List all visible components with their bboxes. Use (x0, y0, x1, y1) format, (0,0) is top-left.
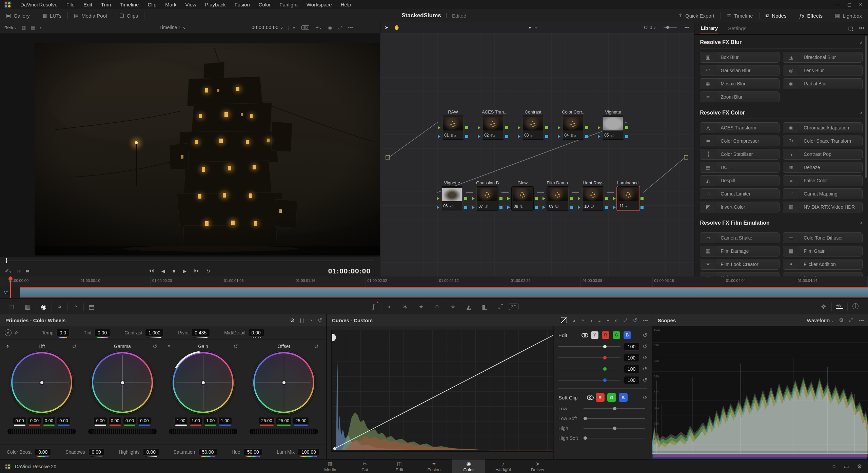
global-value[interactable]: 0.00 (143, 448, 159, 456)
corrector-node[interactable]: Gaussian B... 07 ⓕ (476, 180, 498, 211)
soft-clip-link-icon[interactable] (587, 395, 593, 399)
audio-mute-icon[interactable] (26, 269, 29, 273)
channel-reset-icon[interactable]: ↺ (643, 366, 647, 372)
play-button[interactable]: ▶ (183, 268, 186, 274)
viewer-canvas[interactable] (0, 33, 380, 256)
effect-item[interactable]: ◉ Radial Blur (783, 78, 863, 89)
key-input-socket[interactable] (437, 206, 439, 209)
hue-vs-sat-icon[interactable]: ◔ (581, 317, 584, 323)
expand-viewer-icon[interactable]: ⤢ (338, 25, 342, 30)
sizing-icon[interactable]: ⤢ (493, 303, 509, 310)
page-button[interactable]: ◫ Edit (383, 459, 416, 473)
key-input-socket[interactable] (478, 135, 480, 138)
bars-mode-icon[interactable]: ||| (300, 317, 304, 323)
soft-clip-param-slider[interactable] (584, 408, 645, 409)
global-value[interactable]: 100.00 (298, 448, 319, 456)
menu-item[interactable]: Trim (101, 2, 111, 7)
toolbar-button[interactable]: ❏ Clips (113, 9, 144, 22)
effects-options-icon[interactable]: ••• (859, 25, 865, 31)
lift-value[interactable]: 0.00 (42, 417, 56, 424)
page-button[interactable]: ▥ Media (314, 459, 347, 473)
soft-clip-reset-icon[interactable]: ↺ (643, 394, 647, 401)
timeline-selector[interactable]: Timeline 1∨ (159, 25, 185, 30)
menu-item[interactable]: Fusion (235, 2, 250, 7)
effect-item[interactable]: ▭ ColorTone Diffuser (783, 232, 863, 243)
toolbar-button[interactable]: ▩ LUTs (36, 9, 67, 22)
effect-item[interactable]: ≑ Color Compressor (700, 136, 780, 146)
effect-item[interactable]: ◉ Chromatic Adaptation (783, 122, 863, 133)
adjustment-value[interactable]: 0.0 (56, 329, 70, 336)
key-output-socket[interactable] (464, 206, 467, 209)
scope-mode-dropdown[interactable]: Waveform ∨ (807, 317, 833, 323)
key-input-socket[interactable] (518, 135, 520, 138)
menu-item[interactable]: Playback (205, 2, 226, 7)
gang-link-icon[interactable] (581, 333, 588, 337)
key-output-socket[interactable] (570, 206, 573, 209)
collapse-icon[interactable]: ∧ (860, 40, 863, 45)
hue-vs-hue-icon[interactable]: ◕ (572, 317, 575, 323)
effect-item[interactable]: ✶ Film Look Creator (700, 259, 780, 270)
effect-item[interactable]: ▧ NVIDIA RTX Video HDR (783, 202, 863, 212)
key-output-socket[interactable] (585, 135, 588, 138)
channel-gain-value[interactable]: 100 (624, 343, 639, 351)
gain-value[interactable]: 1.00 (174, 417, 188, 424)
node-view-dropdown[interactable]: Clip ∨ (644, 25, 656, 30)
gamma-value[interactable]: 0.00 (108, 417, 122, 424)
channel-g-button[interactable]: G (613, 331, 620, 339)
maximize-icon[interactable]: ▢ (847, 2, 851, 7)
step-back-button[interactable]: ◀ (161, 268, 165, 274)
go-to-end-button[interactable]: ⏵⏵ (194, 268, 199, 274)
corrector-node[interactable]: Luminance... 11 ⧄ (617, 180, 639, 211)
sat-vs-lum-icon[interactable]: ◐ (615, 317, 618, 323)
single-view-icon[interactable]: ⬚∨ (288, 25, 295, 30)
gain-value[interactable]: 1.00 (218, 417, 232, 424)
menu-item[interactable]: Help (341, 2, 351, 7)
lift-master-wheel[interactable] (8, 429, 76, 434)
key-input-socket[interactable] (507, 206, 510, 209)
gain-wheel[interactable] (172, 351, 235, 414)
search-icon[interactable] (848, 26, 853, 30)
key-input-socket[interactable] (613, 206, 616, 209)
page-button[interactable]: ➤ Deliver (521, 459, 554, 473)
channel-reset-icon[interactable]: ↺ (643, 377, 647, 383)
zoom-level-dropdown[interactable]: 29% ∨ (3, 25, 17, 30)
offset-wheel[interactable] (252, 351, 315, 414)
rgb-output-socket[interactable] (605, 197, 608, 200)
rgb-output-socket[interactable] (499, 197, 502, 200)
key-output-socket[interactable] (605, 206, 608, 209)
rgb-input-socket[interactable] (518, 126, 520, 129)
page-button[interactable]: ✦ Fusion (418, 459, 450, 473)
scope-expand-icon[interactable]: ⤢ (849, 317, 853, 323)
gamma-master-wheel[interactable] (88, 429, 156, 434)
rgb-output-socket[interactable] (505, 126, 508, 129)
menu-item[interactable]: Color (259, 2, 271, 7)
channel-gain-slider[interactable] (558, 369, 620, 369)
rgb-input-socket[interactable] (478, 126, 480, 129)
gain-value[interactable]: 1.00 (204, 417, 217, 424)
rgb-input-socket[interactable] (578, 197, 580, 200)
highlight-icon[interactable]: ◐ (40, 25, 43, 30)
key-output-socket[interactable] (505, 135, 508, 138)
corrector-node[interactable]: Film Dama... 09 ⓕ (547, 180, 569, 211)
adjustment-value[interactable]: 0.435 (191, 329, 210, 336)
menu-item[interactable]: DaVinci Resolve (20, 2, 58, 7)
menu-item[interactable]: Timeline (120, 2, 139, 7)
viewer-options-icon[interactable]: ••• (348, 25, 353, 30)
channel-gain-slider[interactable] (558, 346, 620, 347)
channel-gain-slider[interactable] (558, 357, 620, 358)
rgb-input-socket[interactable] (598, 126, 600, 129)
soft-clip-param-slider[interactable] (584, 418, 645, 419)
rgb-input-socket[interactable] (472, 197, 475, 200)
effect-item[interactable]: ╏ Color Stabilizer (700, 149, 780, 160)
tab-library[interactable]: Library (700, 22, 718, 34)
toolbar-button[interactable]: ƒx Effects (793, 9, 829, 22)
page-button[interactable]: ◉ Color (452, 459, 485, 473)
loop-button[interactable]: ↻ (206, 268, 210, 274)
key-output-socket[interactable] (465, 135, 468, 138)
rgb-output-socket[interactable] (535, 197, 538, 200)
key-output-socket[interactable] (535, 206, 538, 209)
corrector-node[interactable]: Contrast 03 ⧄ (522, 109, 544, 140)
effect-item[interactable]: ∵ Gamut Mapping (783, 188, 863, 199)
soft-clip-r-button[interactable]: R (596, 393, 605, 402)
rgb-output-socket[interactable] (464, 197, 467, 200)
